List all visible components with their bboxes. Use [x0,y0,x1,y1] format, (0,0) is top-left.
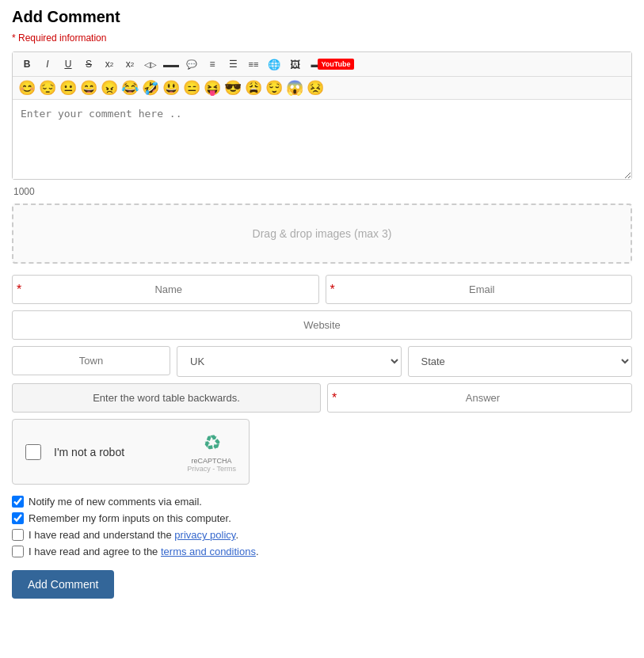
emoji-cool[interactable]: 😎 [223,80,242,96]
superscript-button[interactable]: x2 [100,55,119,73]
bold-button[interactable]: B [17,55,36,73]
emoji-scream[interactable]: 😱 [285,80,304,96]
recaptcha-label: I'm not a robot [54,446,174,458]
subscript-button[interactable]: x2 [120,55,139,73]
town-group [12,346,170,377]
email-required-star: * [330,283,335,296]
drop-zone[interactable]: Drag & drop images (max 3) [12,203,632,264]
required-note: * Required information [12,32,632,44]
privacy-text: I have read and understand the privacy p… [29,529,238,541]
terms-group: I have read and agree to the terms and c… [12,546,632,557]
privacy-group: I have read and understand the privacy p… [12,529,632,541]
captcha-question-group: Enter the word table backwards. [12,383,321,413]
strikethrough-button[interactable]: S [79,55,98,73]
remember-checkbox[interactable] [12,512,24,524]
answer-group: * [327,383,632,413]
notify-checkbox[interactable] [12,496,24,508]
emoticon-button[interactable]: 💬 [182,55,201,73]
terms-checkbox[interactable] [12,546,24,557]
terms-link[interactable]: terms and conditions [161,546,256,557]
emoji-row: 😊 😔 😐 😄 😠 😂 🤣 😃 😑 😝 😎 😩 😌 😱 😣 [13,77,631,100]
terms-text: I have read and agree to the terms and c… [29,546,259,557]
ol-button[interactable]: ≡≡ [244,55,263,73]
name-group: * [12,275,319,304]
state-group: State Alabama Alaska Arizona California … [408,346,633,377]
emoji-persevere[interactable]: 😣 [306,80,325,96]
privacy-link[interactable]: privacy policy [174,529,235,541]
recaptcha-icon: ♻ [200,429,223,457]
comment-textarea[interactable] [13,100,631,179]
location-row: UK USA Canada Australia Other State Alab… [12,346,632,377]
drop-zone-label: Drag & drop images (max 3) [253,227,392,240]
blockquote-button[interactable]: ◁▷ [141,55,160,73]
country-select[interactable]: UK USA Canada Australia Other [177,346,402,377]
underline-button[interactable]: U [59,55,78,73]
recaptcha-logo: ♻ reCAPTCHA Privacy - Terms [187,431,236,473]
email-input[interactable] [326,275,633,304]
youtube-button[interactable]: YouTube [326,55,345,73]
image-button[interactable]: 🖼 [285,55,304,73]
emoji-angry[interactable]: 😠 [100,80,119,96]
emoji-cry-laugh[interactable]: 😂 [120,80,139,96]
recaptcha-footer: Privacy - Terms [187,465,236,473]
country-group: UK USA Canada Australia Other [177,346,402,377]
emoji-tongue[interactable]: 😝 [203,80,222,96]
notify-label: Notify me of new comments via email. [29,496,202,508]
name-email-row: * * [12,275,632,304]
notify-group: Notify me of new comments via email. [12,496,632,508]
emoji-neutral[interactable]: 😐 [59,80,78,96]
add-comment-button[interactable]: Add Comment [12,570,114,599]
privacy-checkbox[interactable] [12,529,24,541]
remember-label: Remember my form inputs on this computer… [29,512,231,524]
website-group [12,310,632,340]
website-row [12,310,632,340]
recaptcha-brand: reCAPTCHA [192,457,232,465]
emoji-sad[interactable]: 😔 [38,80,57,96]
hr-button[interactable]: ▬▬ [162,55,181,73]
emoji-tired[interactable]: 😩 [244,80,263,96]
website-input[interactable] [12,310,632,340]
emoji-smile[interactable]: 😊 [17,80,36,96]
toolbar: B I U S x2 x2 ◁▷ ▬▬ 💬 ≡ ☰ ≡≡ 🌐 🖼 ▬ YouTu… [13,52,631,77]
captcha-question: Enter the word table backwards. [12,383,321,413]
recaptcha-checkbox[interactable] [25,444,41,460]
name-input[interactable] [12,275,319,304]
ul-button[interactable]: ☰ [223,55,242,73]
email-group: * [326,275,633,304]
answer-required-star: * [332,392,337,405]
link-button[interactable]: 🌐 [265,55,284,73]
emoji-grin[interactable]: 😃 [162,80,181,96]
captcha-row: Enter the word table backwards. * [12,383,632,413]
emoji-expressionless[interactable]: 😑 [182,80,201,96]
town-input[interactable] [12,346,170,375]
answer-input[interactable] [327,383,632,413]
emoji-laugh[interactable]: 😄 [79,80,98,96]
align-button[interactable]: ≡ [203,55,222,73]
page-title: Add Comment [12,8,632,26]
char-count: 1000 [12,186,632,197]
name-required-star: * [17,283,21,296]
italic-button[interactable]: I [38,55,57,73]
emoji-rofl[interactable]: 🤣 [141,80,160,96]
editor-container: B I U S x2 x2 ◁▷ ▬▬ 💬 ≡ ☰ ≡≡ 🌐 🖼 ▬ YouTu… [12,51,632,180]
emoji-relieved[interactable]: 😌 [265,80,284,96]
remember-group: Remember my form inputs on this computer… [12,512,632,524]
state-select[interactable]: State Alabama Alaska Arizona California … [408,346,633,377]
recaptcha-box[interactable]: I'm not a robot ♻ reCAPTCHA Privacy - Te… [12,419,250,485]
